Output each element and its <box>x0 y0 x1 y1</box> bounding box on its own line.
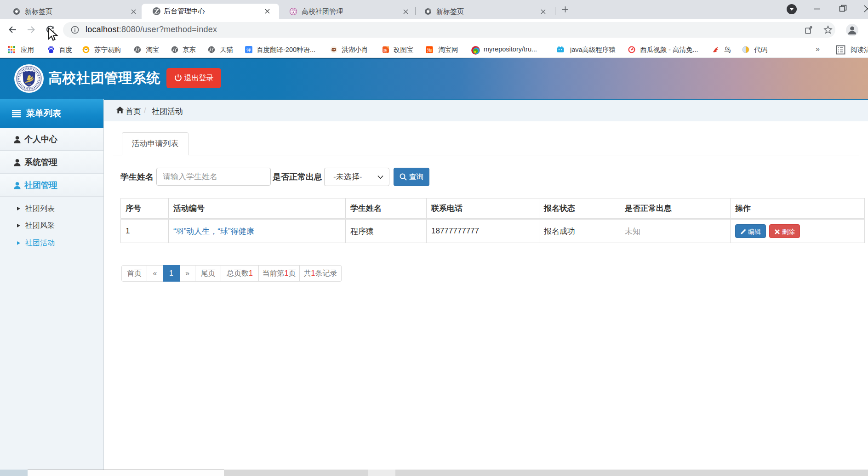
svg-text:1958: 1958 <box>27 84 31 85</box>
svg-text:改: 改 <box>383 48 388 53</box>
svg-text:译: 译 <box>246 47 251 52</box>
svg-text:淘: 淘 <box>427 47 432 53</box>
